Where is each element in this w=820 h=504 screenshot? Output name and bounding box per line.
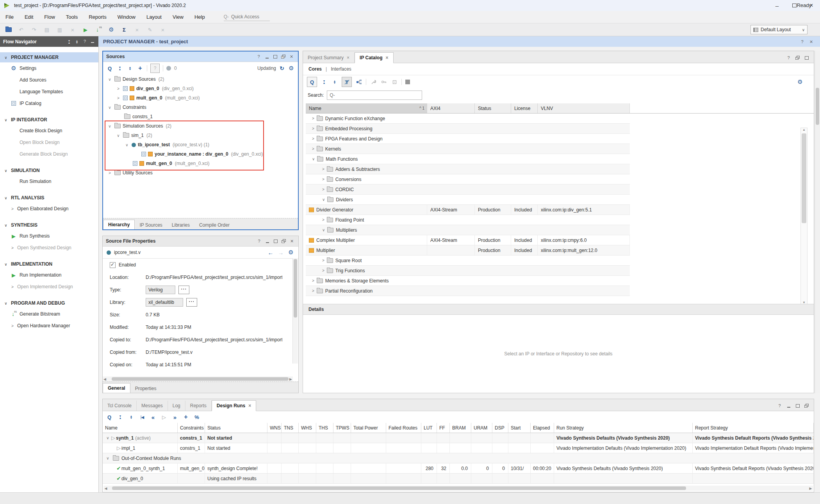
ip-row-divider-generator[interactable]: Divider Generator AXI4-Stream Production… (306, 205, 630, 215)
abort-icon[interactable] (159, 26, 166, 33)
ip-row-complex-multiplier[interactable]: Complex Multiplier AXI4-Stream Productio… (306, 235, 630, 245)
section-header-synthesis[interactable]: SYNTHESIS (0, 220, 98, 230)
close-tab-icon[interactable] (347, 55, 349, 60)
report-sigma-icon[interactable] (121, 26, 128, 33)
help-icon[interactable] (776, 403, 783, 409)
collapse-all-icon[interactable] (116, 65, 123, 72)
fn-item-open-elaborated-design[interactable]: Open Elaborated Design (0, 203, 98, 215)
fn-item-run-synthesis[interactable]: Run Synthesis (0, 230, 98, 242)
ip-category-row[interactable]: Conversions (306, 174, 630, 185)
run-icon[interactable] (82, 26, 89, 33)
chevron-right-icon[interactable] (107, 171, 112, 175)
minimize-panel-icon[interactable] (264, 238, 271, 244)
chevron-right-icon[interactable] (116, 96, 121, 100)
column-status[interactable]: Status (205, 423, 267, 433)
fn-item-settings[interactable]: Settings (0, 62, 98, 74)
vertical-scrollbar[interactable]: ▲ ▼ (800, 128, 808, 305)
search-icon[interactable] (106, 65, 113, 72)
column-dsp[interactable]: DSP (492, 423, 508, 433)
column-license[interactable]: License (511, 103, 538, 113)
chevron-right-icon[interactable] (306, 187, 324, 192)
tab-libraries[interactable]: Libraries (167, 221, 194, 229)
float-panel-icon[interactable] (794, 55, 801, 61)
menu-layout[interactable]: Layout (141, 14, 167, 20)
wrench-icon[interactable] (370, 78, 377, 85)
step-back-icon[interactable] (150, 413, 157, 421)
type-browse-button[interactable] (178, 286, 189, 294)
ip-category-row[interactable]: Multipliers (306, 225, 630, 235)
maximize-panel-icon[interactable] (272, 53, 278, 60)
tree-row-constrs-1[interactable]: constrs_1 (103, 112, 298, 121)
ip-category-row[interactable]: CORDIC (306, 185, 630, 195)
ip-search-input[interactable] (327, 91, 422, 100)
chevron-right-icon[interactable] (11, 207, 14, 211)
ip-category-row[interactable]: Kernels (306, 144, 630, 154)
tree-row-sim-mult-gen-0[interactable]: mult_gen_0(mult_gen_0.xci) (103, 159, 298, 168)
chevron-down-icon[interactable] (306, 197, 325, 202)
run-row-synth-1[interactable]: synth_1(active) constrs_1 Not started Vi… (103, 433, 814, 443)
tab-ip-catalog[interactable]: IP Catalog (355, 52, 393, 63)
key-icon[interactable] (380, 78, 387, 85)
details-toggle-icon[interactable] (405, 80, 410, 84)
create-run-icon[interactable] (182, 413, 189, 421)
generate-bitstream-icon[interactable] (95, 26, 102, 33)
menu-reports[interactable]: Reports (83, 14, 112, 20)
fn-item-language-templates[interactable]: Language Templates (0, 86, 98, 98)
close-tab-icon[interactable] (248, 403, 251, 408)
chevron-right-icon[interactable] (306, 279, 314, 283)
fn-item-create-block-design[interactable]: Create Block Design (0, 125, 98, 137)
tab-project-summary[interactable]: Project Summary (303, 53, 355, 63)
column-uram[interactable]: URAM (471, 423, 492, 433)
help-icon[interactable] (785, 55, 792, 61)
skip-to-start-icon[interactable] (139, 413, 146, 421)
tab-design-runs[interactable]: Design Runs (212, 400, 256, 411)
run-row-impl-1[interactable]: impl_1 constrs_1 Not started Vivado Impl… (103, 443, 814, 453)
column-start[interactable]: Start (508, 423, 531, 433)
settings-gear-icon[interactable] (108, 26, 115, 33)
tab-hierarchy[interactable]: Hierarchy (103, 220, 135, 229)
collapse-all-icon[interactable] (66, 38, 72, 45)
chevron-right-icon[interactable] (306, 167, 324, 171)
scroll-up-icon[interactable]: ▲ (801, 128, 807, 131)
ip-row-multiplier[interactable]: Multiplier Production Included xilinx.co… (306, 245, 630, 256)
column-name[interactable]: Name (103, 423, 178, 433)
library-browse-button[interactable] (186, 298, 197, 307)
collapse-all-icon[interactable] (321, 78, 328, 85)
scroll-left-icon[interactable]: ◀ (103, 377, 107, 381)
help-icon[interactable] (799, 39, 806, 45)
help-icon[interactable] (256, 238, 262, 244)
delete-icon[interactable] (69, 26, 76, 33)
fn-item-run-implementation[interactable]: Run Implementation (0, 269, 98, 281)
minimize-panel-icon[interactable] (264, 53, 270, 60)
ip-category-row[interactable]: Adders & Subtracters (306, 164, 630, 174)
chevron-down-icon[interactable] (105, 436, 111, 440)
column-whs[interactable]: WHS (299, 423, 316, 433)
view-cores[interactable]: Cores (308, 66, 322, 72)
chevron-right-icon[interactable] (116, 87, 121, 91)
minimize-panel-icon[interactable] (90, 38, 95, 44)
menu-file[interactable]: File (0, 14, 19, 20)
ip-category-row[interactable]: Math Functions (306, 154, 630, 164)
view-interfaces[interactable]: Interfaces (331, 66, 351, 72)
fast-forward-icon[interactable] (171, 413, 178, 421)
chevron-down-icon[interactable] (107, 124, 112, 128)
ip-category-row[interactable]: Square Root (306, 256, 630, 266)
ip-category-row[interactable]: Dynamic Function eXchange (306, 114, 630, 124)
run-icon[interactable] (160, 413, 168, 421)
close-icon[interactable] (808, 39, 815, 45)
chevron-right-icon[interactable] (306, 258, 324, 263)
tree-row-mult-gen-0[interactable]: mult_gen_0(mult_gen_0.xci) (103, 93, 298, 103)
maximize-panel-icon[interactable] (794, 403, 801, 409)
column-total-power[interactable]: Total Power (351, 423, 386, 433)
tab-properties[interactable]: Properties (130, 384, 161, 393)
ip-category-row[interactable]: Floating Point (306, 215, 630, 225)
fn-item-run-simulation[interactable]: Run Simulation (0, 176, 98, 187)
vertical-scrollbar[interactable] (292, 258, 298, 364)
gear-icon[interactable] (287, 249, 294, 256)
ip-category-row[interactable]: Trig Functions (306, 266, 630, 276)
library-field[interactable]: xil_defaultlib (146, 298, 183, 307)
quick-access-search[interactable]: Q- (224, 13, 270, 21)
expand-all-icon[interactable] (331, 78, 338, 85)
menu-tools[interactable]: Tools (61, 14, 83, 20)
section-header-implementation[interactable]: IMPLEMENTATION (0, 259, 98, 269)
